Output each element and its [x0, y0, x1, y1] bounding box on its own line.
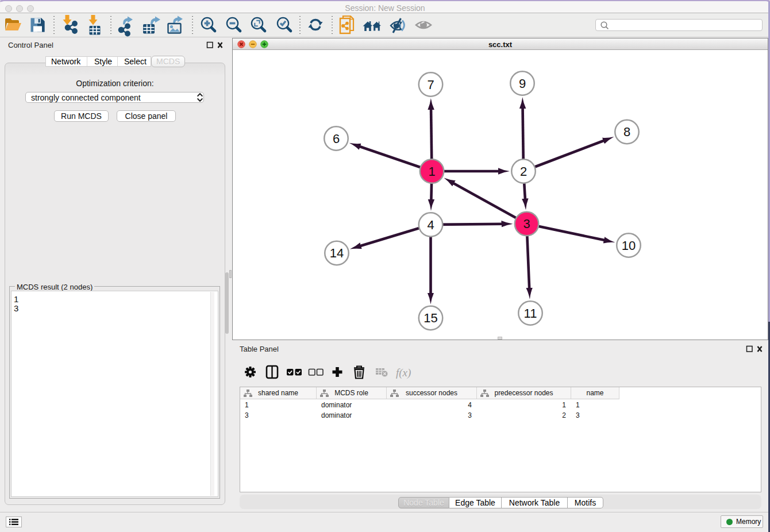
svg-text:15: 15 [424, 311, 437, 325]
svg-text:10: 10 [622, 238, 636, 253]
svg-text:3: 3 [523, 217, 530, 231]
svg-text:9: 9 [519, 76, 526, 91]
svg-text:1: 1 [428, 164, 435, 179]
svg-text:11: 11 [524, 306, 537, 321]
svg-text:8: 8 [623, 125, 630, 139]
svg-text:6: 6 [333, 132, 340, 146]
svg-text:f(x): f(x) [396, 367, 411, 379]
svg-text:4: 4 [427, 218, 434, 232]
svg-text:7: 7 [427, 78, 434, 92]
svg-text:14: 14 [330, 246, 344, 260]
svg-text:2: 2 [520, 164, 527, 179]
